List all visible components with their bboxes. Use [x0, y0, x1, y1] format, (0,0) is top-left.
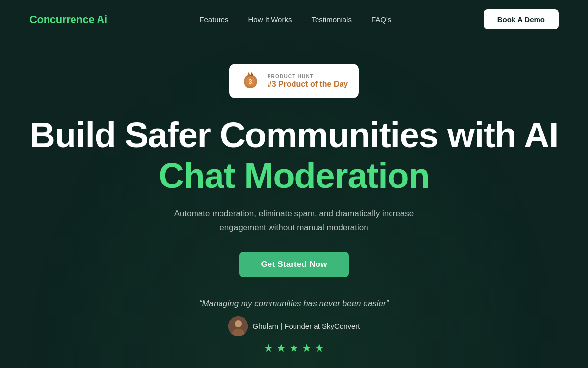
testimonial-quote: “Managing my communities has never been … — [199, 299, 389, 309]
star-1: ★ — [264, 342, 273, 355]
nav-item-how-it-works[interactable]: How It Works — [248, 15, 292, 24]
nav-link-testimonials[interactable]: Testimonials — [311, 15, 352, 24]
hero-section: 3 PRODUCT HUNT #3 Product of the Day Bui… — [0, 39, 588, 355]
ph-text: PRODUCT HUNT #3 Product of the Day — [268, 74, 348, 89]
star-5: ★ — [315, 342, 324, 355]
ph-rank: #3 — [268, 80, 276, 88]
star-4: ★ — [302, 342, 312, 355]
nav-item-faqs[interactable]: FAQ's — [371, 15, 391, 24]
svg-marker-4 — [250, 72, 253, 76]
nav-link-how-it-works[interactable]: How It Works — [248, 15, 292, 24]
logo-text: Concurrence — [29, 13, 97, 26]
book-demo-button[interactable]: Book A Demo — [484, 9, 559, 29]
svg-point-6 — [235, 320, 242, 327]
testimonial-author: Ghulam | Founder at SkyConvert — [228, 316, 360, 336]
logo-ai: Ai — [97, 13, 107, 26]
avatar-image — [228, 316, 248, 336]
nav-item-testimonials[interactable]: Testimonials — [311, 15, 352, 24]
hero-subtitle: Automate moderation, eliminate spam, and… — [167, 207, 421, 234]
get-started-button[interactable]: Get Started Now — [239, 252, 348, 277]
star-rating: ★ ★ ★ ★ ★ — [264, 342, 324, 355]
nav-item-features[interactable]: Features — [199, 15, 228, 24]
product-hunt-badge: 3 PRODUCT HUNT #3 Product of the Day — [229, 64, 359, 98]
star-2: ★ — [276, 342, 286, 355]
hero-headline: Build Safer Communities with AI — [30, 116, 558, 155]
nav-links: Features How It Works Testimonials FAQ's — [199, 15, 391, 24]
logo: Concurrence Ai — [29, 13, 107, 26]
svg-text:3: 3 — [248, 79, 252, 85]
nav-link-faqs[interactable]: FAQ's — [371, 15, 391, 24]
navbar: Concurrence Ai Features How It Works Tes… — [0, 0, 588, 39]
avatar — [228, 316, 248, 336]
ph-source-label: PRODUCT HUNT — [268, 74, 348, 79]
medal-icon: 3 — [240, 71, 261, 91]
nav-link-features[interactable]: Features — [199, 15, 228, 24]
author-name: Ghulam | Founder at SkyConvert — [253, 322, 360, 330]
ph-title-suffix: Product of the Day — [276, 80, 348, 88]
star-3: ★ — [289, 342, 299, 355]
hero-headline-green: Chat Moderation — [159, 157, 430, 195]
svg-marker-3 — [247, 72, 250, 76]
ph-title: #3 Product of the Day — [268, 80, 348, 89]
